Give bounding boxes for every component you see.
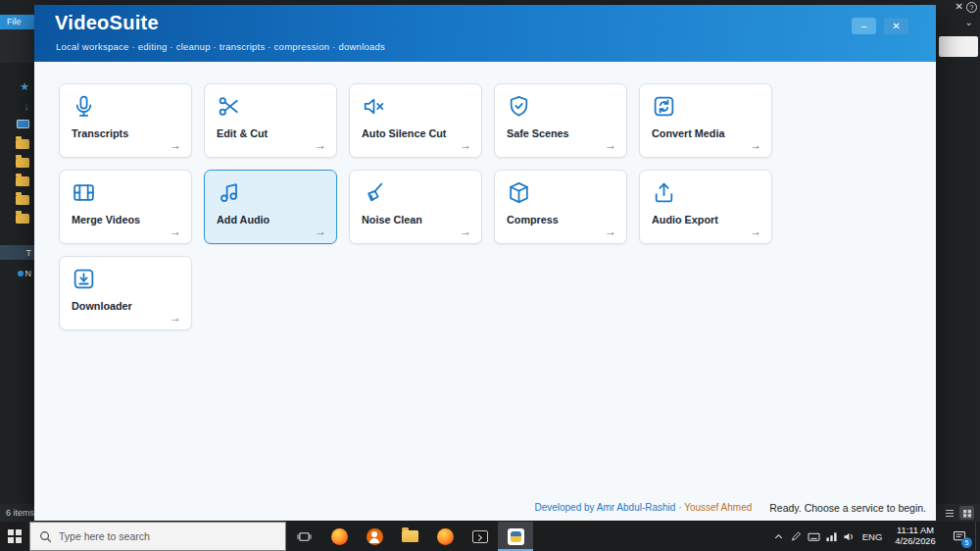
service-card-label: Convert Media <box>652 127 724 139</box>
download-icon <box>72 267 96 291</box>
folder-icon[interactable] <box>16 155 34 168</box>
items-count-label: 6 items <box>6 508 34 518</box>
mute-speaker-icon <box>362 94 386 119</box>
search-icon <box>39 530 52 543</box>
tray-expand-button[interactable] <box>769 522 787 551</box>
people-app-icon <box>367 528 383 545</box>
service-card[interactable]: Convert Media → <box>639 83 772 158</box>
broom-icon <box>362 180 386 205</box>
windows-logo-icon <box>8 529 22 543</box>
network-signal-icon <box>825 531 838 542</box>
service-card[interactable]: Noise Clean → <box>349 170 482 244</box>
volume-tray-button[interactable] <box>840 522 858 551</box>
service-card-label: Merge Videos <box>72 214 140 225</box>
pen-tray-button[interactable] <box>787 522 805 551</box>
explorer-search-box-fragment[interactable] <box>939 36 978 57</box>
folder-icon[interactable] <box>16 136 34 149</box>
show-desktop-button[interactable] <box>975 522 980 551</box>
credits-separator: · <box>678 502 681 513</box>
this-pc-monitor-icon[interactable] <box>17 118 34 130</box>
speaker-icon <box>843 531 856 542</box>
developer-credits[interactable]: Developed by Amr Abdul-Rashid · Youssef … <box>534 502 752 513</box>
service-card-label: Downloader <box>72 300 132 312</box>
export-icon <box>652 180 676 205</box>
ribbon-expand-chevron-icon[interactable]: ⌄ <box>965 17 973 27</box>
service-card[interactable]: Transcripts → <box>59 83 192 158</box>
explorer-close-icon[interactable]: ✕ <box>956 1 963 12</box>
action-center-button[interactable]: 5 <box>944 522 975 551</box>
music-note-icon <box>217 180 241 205</box>
explorer-file-tab[interactable]: File <box>0 15 34 29</box>
service-card-label: Edit & Cut <box>217 127 268 139</box>
app-subtitle: Local workspace · editing · cleanup · tr… <box>56 41 385 52</box>
window-footer: Developed by Amr Abdul-Rashid · Youssef … <box>34 497 936 521</box>
date-label: 4/26/2026 <box>895 536 935 547</box>
arrow-icon: → <box>605 138 616 152</box>
filmstrip-icon <box>72 180 96 205</box>
thumbnail-view-icon[interactable] <box>959 506 974 520</box>
service-card[interactable]: Auto Silence Cut → <box>349 83 482 158</box>
arrow-icon: → <box>170 138 181 152</box>
touch-keyboard-tray-button[interactable] <box>805 522 822 551</box>
service-card[interactable]: Audio Export → <box>639 170 772 244</box>
help-icon[interactable]: ? <box>966 2 977 13</box>
task-view-button[interactable] <box>286 522 321 551</box>
list-view-icon[interactable] <box>942 506 956 520</box>
tree-item-label: N <box>25 269 32 278</box>
clock[interactable]: 11:11 AM 4/26/2026 <box>887 522 944 551</box>
folder-icon[interactable] <box>16 211 34 224</box>
service-card[interactable]: Add Audio → <box>204 170 337 244</box>
terminal-icon <box>472 530 488 543</box>
microphone-icon <box>72 94 96 119</box>
start-button[interactable] <box>0 522 29 551</box>
quick-access-star-icon[interactable]: ★ <box>20 80 34 93</box>
terminal-taskbar-button[interactable] <box>463 522 498 551</box>
network-tray-button[interactable] <box>822 522 840 551</box>
service-card[interactable]: Compress → <box>494 170 627 244</box>
service-card[interactable]: Edit & Cut → <box>204 83 337 158</box>
system-tray: ENG 11:11 AM 4/26/2026 5 <box>769 522 980 551</box>
downloads-arrow-icon[interactable]: ↓ <box>24 99 35 112</box>
videosuite-window: VideoSuite Local workspace · editing · c… <box>34 5 936 521</box>
arrow-icon: → <box>170 311 181 325</box>
language-indicator[interactable]: ENG <box>858 522 887 551</box>
python-app-icon <box>508 528 524 545</box>
view-toggles <box>942 506 974 520</box>
service-card[interactable]: Safe Scenes → <box>494 83 627 158</box>
desktop: ✕ ? File ⌄ ★ ↓ T N 6 items <box>0 0 980 551</box>
package-icon <box>507 180 531 205</box>
tree-item-network[interactable]: N <box>0 266 34 280</box>
shield-icon <box>507 94 531 119</box>
service-card-label: Audio Export <box>652 214 718 225</box>
time-label: 11:11 AM <box>897 526 934 536</box>
search-input[interactable] <box>59 530 260 542</box>
credits-author: Youssef Ahmed <box>684 502 752 513</box>
credits-prefix: Developed by Amr Abdul-Rashid <box>534 502 675 513</box>
network-icon <box>18 271 24 276</box>
minimize-button[interactable]: – <box>852 18 876 34</box>
convert-icon <box>652 94 676 119</box>
notification-badge: 5 <box>961 537 972 548</box>
firefox-taskbar-button-2[interactable] <box>427 522 463 551</box>
chevron-up-icon <box>773 531 784 542</box>
status-text: Ready. Choose a service to begin. <box>769 502 926 514</box>
folder-icon[interactable] <box>16 192 34 205</box>
close-button[interactable]: ✕ <box>884 18 908 34</box>
service-card[interactable]: Downloader → <box>59 256 192 330</box>
tree-item-this-pc[interactable]: T <box>0 245 34 260</box>
scissors-icon <box>217 94 241 119</box>
arrow-icon: → <box>315 138 326 152</box>
keyboard-icon <box>808 531 820 542</box>
pen-icon <box>790 530 802 542</box>
service-card[interactable]: Merge Videos → <box>59 170 192 244</box>
videosuite-taskbar-button[interactable] <box>498 522 533 551</box>
taskbar-search[interactable] <box>29 522 286 551</box>
firefox-taskbar-button[interactable] <box>321 522 357 551</box>
explorer-nav-pane: ★ ↓ T N <box>0 80 34 280</box>
arrow-icon: → <box>170 225 181 238</box>
people-app-taskbar-button[interactable] <box>357 522 392 551</box>
folder-icon[interactable] <box>16 174 34 186</box>
service-card-label: Compress <box>507 214 559 225</box>
window-controls: – ✕ <box>852 18 908 34</box>
file-explorer-taskbar-button[interactable] <box>392 522 427 551</box>
